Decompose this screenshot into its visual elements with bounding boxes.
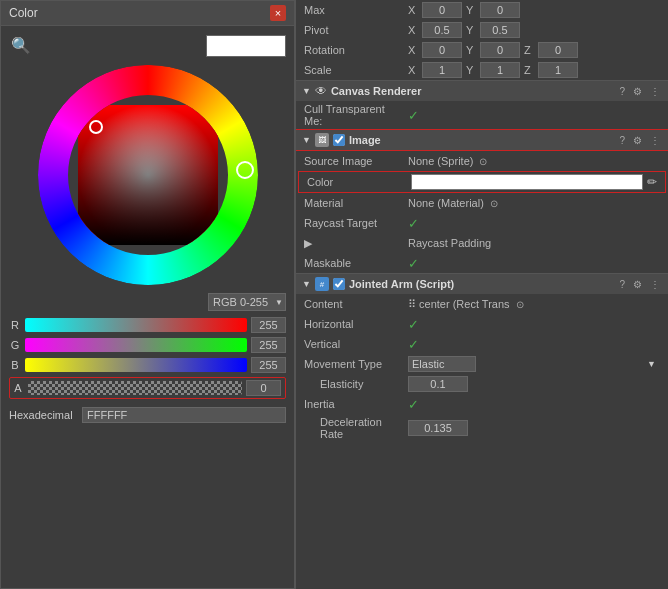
canvas-renderer-title: Canvas Renderer	[331, 85, 614, 97]
image-fold-icon[interactable]: ▼	[302, 135, 311, 145]
material-values: None (Material) ⊙	[408, 197, 660, 209]
source-image-value: None (Sprite)	[408, 155, 473, 167]
slider-b[interactable]	[25, 358, 247, 372]
canvas-renderer-fold-icon[interactable]: ▼	[302, 86, 311, 96]
canvas-renderer-menu-btn[interactable]: ⋮	[648, 86, 662, 97]
material-row: Material None (Material) ⊙	[296, 193, 668, 213]
slider-g[interactable]	[25, 338, 247, 352]
rotation-z-input[interactable]	[538, 42, 578, 58]
horizontal-row: Horizontal ✓	[296, 314, 668, 334]
content-row: Content ⠿ center (Rect Trans ⊙	[296, 294, 668, 314]
vertical-row: Vertical ✓	[296, 334, 668, 354]
color-picker-panel: Color × 🔍	[0, 0, 295, 589]
color-preview-box	[206, 35, 286, 57]
content-value: ⠿ center (Rect Trans	[408, 298, 510, 311]
pivot-y-input[interactable]	[480, 22, 520, 38]
image-section-actions: ? ⚙ ⋮	[617, 135, 662, 146]
svg-rect-3	[78, 105, 218, 245]
canvas-renderer-settings-btn[interactable]: ⚙	[631, 86, 644, 97]
max-values: X Y	[408, 2, 660, 18]
channel-g-label: G	[9, 339, 21, 351]
image-enabled-checkbox[interactable]	[333, 134, 345, 146]
inspector-panel: Max X Y Pivot X Y Rotation X Y Z Scal	[295, 0, 668, 589]
channel-g-input[interactable]	[251, 337, 286, 353]
content-label: Content	[304, 298, 404, 310]
pivot-x-input[interactable]	[422, 22, 462, 38]
jointed-arm-help-btn[interactable]: ?	[617, 279, 627, 290]
image-section-title: Image	[349, 134, 614, 146]
channel-r-input[interactable]	[251, 317, 286, 333]
canvas-renderer-help-btn[interactable]: ?	[617, 86, 627, 97]
jointed-arm-menu-btn[interactable]: ⋮	[648, 279, 662, 290]
eyedropper-button[interactable]: 🔍	[9, 34, 33, 57]
max-row: Max X Y	[296, 0, 668, 20]
raycast-padding-text: Raycast Padding	[408, 237, 508, 249]
image-section-icon: 🖼	[315, 133, 329, 147]
rotation-x-axis: X	[408, 44, 418, 56]
color-swatch[interactable]	[411, 174, 643, 190]
material-label: Material	[304, 197, 404, 209]
jointed-arm-enabled-checkbox[interactable]	[333, 278, 345, 290]
channel-a-input[interactable]	[246, 380, 281, 396]
elasticity-input[interactable]	[408, 376, 468, 392]
hex-label: Hexadecimal	[9, 409, 74, 421]
max-y-input[interactable]	[480, 2, 520, 18]
material-pick-btn[interactable]: ⊙	[488, 198, 500, 209]
rotation-x-input[interactable]	[422, 42, 462, 58]
canvas-renderer-header: ▼ 👁 Canvas Renderer ? ⚙ ⋮	[296, 80, 668, 101]
max-x-input[interactable]	[422, 2, 462, 18]
image-menu-btn[interactable]: ⋮	[648, 135, 662, 146]
color-wheel-svg[interactable]	[38, 65, 258, 285]
rotation-y-input[interactable]	[480, 42, 520, 58]
movement-type-label: Movement Type	[304, 358, 404, 370]
content-pick-btn[interactable]: ⊙	[514, 299, 526, 310]
jointed-arm-settings-btn[interactable]: ⚙	[631, 279, 644, 290]
scale-y-axis: Y	[466, 64, 476, 76]
vertical-check: ✓	[408, 337, 419, 352]
channel-b-label: B	[9, 359, 21, 371]
horizontal-label: Horizontal	[304, 318, 404, 330]
movement-type-row: Movement Type Elastic Clamped Unrestrict…	[296, 354, 668, 374]
jointed-arm-fold-icon[interactable]: ▼	[302, 279, 311, 289]
color-field-label: Color	[307, 176, 407, 188]
slider-a[interactable]	[28, 381, 242, 395]
scale-y-input[interactable]	[480, 62, 520, 78]
slider-r[interactable]	[25, 318, 247, 332]
jointed-arm-title: Jointed Arm (Script)	[349, 278, 614, 290]
source-image-pick-btn[interactable]: ⊙	[477, 156, 489, 167]
mode-select-wrapper[interactable]: RGB 0-255 RGB 0-1 HSV	[208, 293, 286, 311]
movement-type-select[interactable]: Elastic Clamped Unrestricted	[408, 356, 476, 372]
hex-input[interactable]	[82, 407, 286, 423]
elasticity-row: Elasticity	[296, 374, 668, 394]
channel-b-input[interactable]	[251, 357, 286, 373]
raycast-padding-label: ▶	[304, 237, 404, 250]
horizontal-check: ✓	[408, 317, 419, 332]
mode-row: RGB 0-255 RGB 0-1 HSV	[9, 293, 286, 311]
material-value: None (Material)	[408, 197, 484, 209]
rotation-z-axis: Z	[524, 44, 534, 56]
color-wheel-container[interactable]	[38, 65, 258, 285]
pivot-x-axis: X	[408, 24, 418, 36]
scale-z-axis: Z	[524, 64, 534, 76]
image-settings-btn[interactable]: ⚙	[631, 135, 644, 146]
deceleration-rate-row: Deceleration Rate	[296, 414, 668, 442]
scale-x-input[interactable]	[422, 62, 462, 78]
pivot-row: Pivot X Y	[296, 20, 668, 40]
raycast-padding-row: ▶ Raycast Padding	[296, 233, 668, 253]
color-picker-btn[interactable]: ✏	[647, 175, 657, 189]
image-help-btn[interactable]: ?	[617, 135, 627, 146]
max-y-axis: Y	[466, 4, 476, 16]
mode-select[interactable]: RGB 0-255 RGB 0-1 HSV	[208, 293, 286, 311]
movement-type-values: Elastic Clamped Unrestricted ▼	[408, 356, 660, 372]
scale-z-input[interactable]	[538, 62, 578, 78]
deceleration-rate-label: Deceleration Rate	[304, 416, 404, 440]
canvas-renderer-icon: 👁	[315, 84, 327, 98]
channel-row-a: A	[9, 377, 286, 399]
inertia-label: Inertia	[304, 398, 404, 410]
deceleration-rate-input[interactable]	[408, 420, 468, 436]
maskable-label: Maskable	[304, 257, 404, 269]
pivot-values: X Y	[408, 22, 660, 38]
close-button[interactable]: ×	[270, 5, 286, 21]
vertical-label: Vertical	[304, 338, 404, 350]
source-image-values: None (Sprite) ⊙	[408, 155, 660, 167]
